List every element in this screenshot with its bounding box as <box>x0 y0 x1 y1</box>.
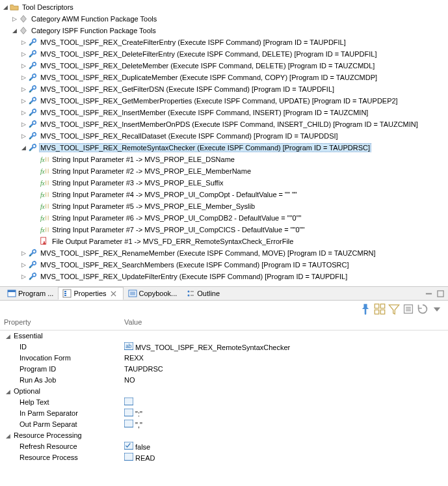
prop-value[interactable]: REXX <box>120 353 448 364</box>
tree-tool[interactable]: ▷MVS_TOOL_ISPF_REX_GetMemberProperties (… <box>0 95 448 107</box>
expand-icon[interactable]: ▷ <box>20 50 27 58</box>
wrench-icon <box>27 72 38 83</box>
prop-value[interactable]: TAUPDRSC <box>120 364 448 375</box>
prop-key: Resource Process <box>0 452 120 463</box>
expand-icon[interactable]: ◢ <box>20 144 27 152</box>
expand-icon[interactable]: ▷ <box>20 120 27 128</box>
tab-properties[interactable]: Properties <box>58 287 123 300</box>
pin-icon[interactable] <box>360 303 371 315</box>
prop-value[interactable]: false <box>120 441 448 452</box>
tree-root[interactable]: ◢ Tool Descriptors <box>0 1 448 13</box>
tree-param[interactable]: ▷fxString Input Parameter #5 -> MVS_PROP… <box>0 200 448 212</box>
column-header-property[interactable]: Property <box>0 316 120 331</box>
close-icon[interactable] <box>109 288 119 299</box>
tree-tool[interactable]: ▷MVS_TOOL_ISPF_REX_DeleteMember (Execute… <box>0 60 448 72</box>
tree-tool[interactable]: ▷MVS_TOOL_ISPF_REX_DuplicateMember (Exec… <box>0 72 448 83</box>
string-param-icon: fx <box>39 224 49 235</box>
tree-tool[interactable]: ▷MVS_TOOL_ISPF_REX_CreateFilterEntry (Ex… <box>0 36 448 48</box>
tree-tool[interactable]: ▷MVS_TOOL_ISPF_REX_RenameMember (Execute… <box>0 247 448 259</box>
tree-param[interactable]: ▷fxString Input Parameter #3 -> MVS_PROP… <box>0 177 448 189</box>
show-advanced-icon[interactable] <box>402 303 414 315</box>
tree-param[interactable]: ▷fxString Input Parameter #7 -> MVS_PROP… <box>0 224 448 236</box>
svg-point-5 <box>30 103 31 104</box>
svg-point-7 <box>30 126 31 128</box>
tree-param[interactable]: ▷fxString Input Parameter #2 -> MVS_PROP… <box>0 165 448 177</box>
group-optional[interactable]: ◢ Optional <box>0 386 448 397</box>
tree-category[interactable]: ▷ Category AWM Function Package Tools <box>0 13 448 25</box>
tree-param[interactable]: ▷fxString Input Parameter #1 -> MVS_PROP… <box>0 154 448 165</box>
column-header-value[interactable]: Value <box>120 316 448 331</box>
wrench-icon <box>27 107 38 118</box>
prop-value[interactable]: NO <box>120 375 448 386</box>
tree-view[interactable]: ◢ Tool Descriptors ▷ Category AWM Functi… <box>0 0 448 286</box>
expand-icon[interactable]: ▷ <box>20 74 27 81</box>
tab-label: Properties <box>73 290 106 297</box>
prop-row[interactable]: Run As Job NO <box>0 375 448 386</box>
svg-text:fx: fx <box>40 226 46 234</box>
tree-category[interactable]: ◢ Category ISPF Function Package Tools <box>0 25 448 36</box>
group-resource-processing[interactable]: ◢ Resource Processing <box>0 430 448 441</box>
prop-row[interactable]: Program ID TAUPDRSC <box>0 364 448 375</box>
tree-tool[interactable]: ▷MVS_TOOL_ISPF_REX_DeleteFilterEntry (Ex… <box>0 48 448 60</box>
svg-point-4 <box>30 91 31 92</box>
copybook-icon <box>128 289 137 298</box>
filter-icon[interactable] <box>388 303 400 315</box>
prop-key: In Parm Separator <box>0 408 120 419</box>
tab-label: Outline <box>197 290 220 297</box>
tree-tool[interactable]: ▷MVS_TOOL_ISPF_REX_RecallDataset (Execut… <box>0 130 448 142</box>
tree-tool[interactable]: ▷MVS_TOOL_ISPF_REX_InsertMemberOnPDS (Ex… <box>0 118 448 130</box>
prop-row[interactable]: ID abMVS_TOOL_ISPF_REX_RemoteSyntaxCheck… <box>0 342 448 353</box>
tree-tool[interactable]: ▷MVS_TOOL_ISPF_REX_UpdateFilterEntry (Ex… <box>0 271 448 282</box>
expand-icon[interactable]: ▷ <box>20 249 27 257</box>
expand-icon[interactable]: ▷ <box>20 273 27 280</box>
string-param-icon: fx <box>39 178 49 188</box>
expand-icon[interactable]: ▷ <box>10 15 18 23</box>
svg-point-3 <box>30 79 31 81</box>
prop-row[interactable]: Help Text <box>0 397 448 408</box>
prop-value[interactable]: READ <box>120 452 448 463</box>
properties-table[interactable]: Property Value ◢ Essential ID abMVS_TOOL… <box>0 316 448 463</box>
prop-value[interactable]: abMVS_TOOL_ISPF_REX_RemoteSyntaxChecker <box>120 342 448 353</box>
maximize-icon[interactable] <box>435 288 445 299</box>
tree-tool-selected[interactable]: ◢ MVS_TOOL_ISPF_REX_RemoteSyntaxChecker … <box>0 142 448 154</box>
expand-icon[interactable]: ▷ <box>20 109 27 116</box>
group-essential[interactable]: ◢ Essential <box>0 331 448 342</box>
prop-value[interactable]: ":" <box>120 408 448 419</box>
expand-icon[interactable]: ▷ <box>20 85 27 93</box>
expand-icon[interactable]: ▷ <box>20 62 27 70</box>
file-output-icon <box>39 236 49 247</box>
prop-value[interactable]: "," <box>120 419 448 430</box>
expand-icon[interactable]: ▷ <box>20 38 27 46</box>
prop-value[interactable] <box>120 397 448 408</box>
expand-icon[interactable]: ▷ <box>20 97 27 105</box>
minimize-icon[interactable] <box>423 288 434 299</box>
svg-rect-22 <box>8 290 16 292</box>
prop-row[interactable]: In Parm Separator ":" <box>0 408 448 419</box>
restore-default-icon[interactable] <box>417 303 428 315</box>
tree-param-file[interactable]: ▷ File Output Parameter #1 -> MVS_FD_ERR… <box>0 236 448 247</box>
tree-label: String Input Parameter #3 -> MVS_PROP_EL… <box>51 179 224 187</box>
prop-row[interactable]: Invocation Form REXX <box>0 353 448 364</box>
categories-icon[interactable] <box>374 303 386 315</box>
tab-program[interactable]: Program ... <box>3 287 58 300</box>
properties-icon <box>62 289 72 298</box>
view-menu-icon[interactable] <box>431 303 443 315</box>
tree-tool[interactable]: ▷MVS_TOOL_ISPF_REX_GetFilterDSN (Execute… <box>0 83 448 95</box>
expand-icon[interactable]: ◢ <box>10 27 18 34</box>
tab-copybook[interactable]: Copybook... <box>124 287 182 300</box>
tab-outline[interactable]: Outline <box>181 287 224 300</box>
prop-row[interactable]: Refresh Resource false <box>0 441 448 452</box>
expand-icon[interactable]: ▷ <box>20 261 27 269</box>
tree-tool[interactable]: ▷MVS_TOOL_ISPF_REX_SearchMembers (Execut… <box>0 259 448 271</box>
svg-rect-24 <box>64 291 66 292</box>
expand-icon[interactable]: ▷ <box>20 132 27 140</box>
svg-text:fx: fx <box>40 191 46 198</box>
prop-row[interactable]: Out Parm Separat "," <box>0 419 448 430</box>
tree-param[interactable]: ▷fxString Input Parameter #4 -> MVS_PROP… <box>0 189 448 200</box>
tree-param[interactable]: ▷fxString Input Parameter #6 -> MVS_PROP… <box>0 212 448 224</box>
tree-tool[interactable]: ▷MVS_TOOL_ISPF_REX_InsertMember (Execute… <box>0 107 448 118</box>
group-label: Essential <box>14 332 43 340</box>
prop-row[interactable]: Resource Process READ <box>0 452 448 463</box>
svg-rect-26 <box>64 295 66 296</box>
expand-icon[interactable]: ◢ <box>1 3 9 11</box>
